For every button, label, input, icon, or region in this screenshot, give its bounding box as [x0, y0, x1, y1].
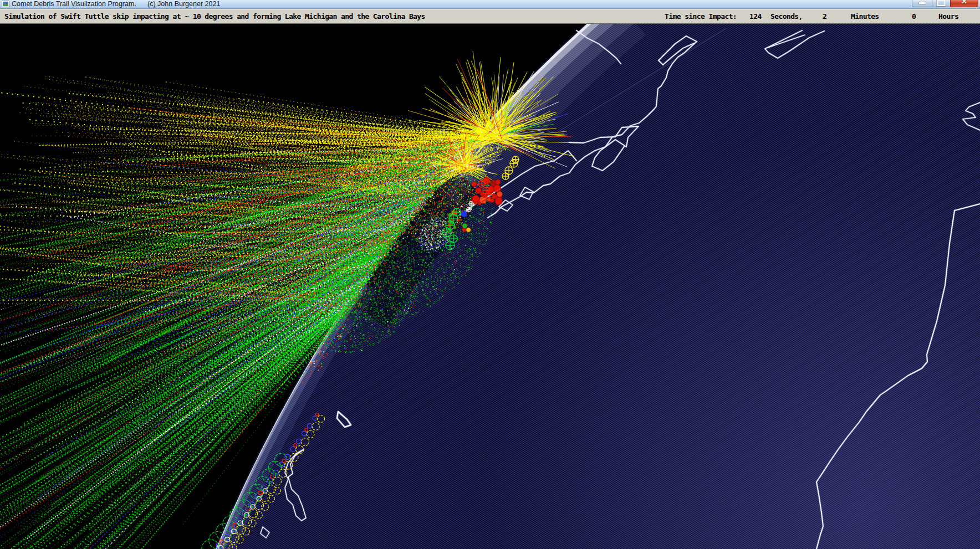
app-window: Comet Debris Trail Visulization Program.…	[0, 0, 980, 549]
seconds-unit: Seconds,	[770, 9, 803, 23]
visualization-canvas[interactable]	[0, 24, 980, 549]
close-button[interactable]: ✕	[950, 0, 978, 7]
app-icon	[2, 1, 9, 7]
statusbar: Simulation of Swift Tuttle skip impactin…	[0, 9, 980, 24]
minutes-unit: Minutes	[851, 9, 879, 23]
seconds-value: 124	[749, 9, 762, 23]
maximize-icon	[937, 0, 946, 6]
time-since-impact-label: Time since Impact:	[665, 9, 737, 23]
visualization-area	[0, 24, 980, 549]
simulation-description: Simulation of Swift Tuttle skip impactin…	[4, 9, 425, 23]
minimize-icon	[918, 2, 926, 4]
window-title: Comet Debris Trail Visulization Program.	[12, 0, 136, 8]
window-copyright: (c) John Burgener 2021	[147, 0, 220, 8]
titlebar[interactable]: Comet Debris Trail Visulization Program.…	[0, 0, 980, 9]
maximize-button[interactable]	[932, 0, 950, 7]
hours-value: 0	[912, 9, 916, 23]
minutes-value: 2	[823, 9, 826, 23]
minimize-button[interactable]	[912, 0, 932, 7]
close-icon: ✕	[951, 0, 978, 6]
hours-unit: Hours	[938, 9, 958, 23]
window-controls: ✕	[912, 0, 978, 7]
